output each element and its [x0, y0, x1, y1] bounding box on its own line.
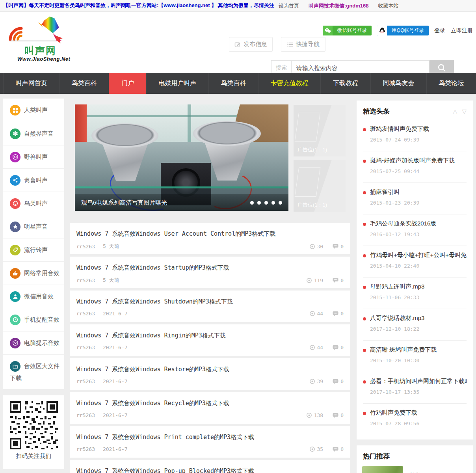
- headline-item[interactable]: 八哥学说话教材.mp3 2017-12-10 18:22: [357, 309, 473, 341]
- headline-title[interactable]: 母野鸡五连叫声.mp3: [370, 283, 467, 291]
- headline-item[interactable]: 斑鸠发情叫声免费下载 2015-07-24 09:39: [357, 120, 473, 151]
- sidebar-item-bird-sounds[interactable]: 鸟类叫声: [3, 192, 64, 215]
- article-list-item[interactable]: Windows 7 系统音效Windows Pop-up Blocked的MP3…: [70, 460, 350, 473]
- wechat-login-button[interactable]: 微信账号登录: [323, 26, 372, 35]
- headline-item[interactable]: 斑鸠-好媒声加长版叫声免费下载 2015-07-25 09:44: [357, 151, 473, 183]
- article-title[interactable]: Windows 7 系统音效Windows User Account Contr…: [76, 223, 344, 238]
- article-list-item[interactable]: Windows 7 系统音效Windows Recycle的MP3格式下载 rr…: [70, 392, 350, 424]
- article-title[interactable]: Windows 7 系统音效Windows Pop-up Blocked的MP3…: [76, 460, 344, 473]
- article-stats: 39 0: [309, 378, 344, 384]
- headline-title[interactable]: 毛鸡公母通杀实战2016版: [370, 220, 467, 227]
- nav-item[interactable]: 鸟类论坛: [426, 73, 476, 94]
- nav-item[interactable]: 下载教程: [320, 73, 370, 94]
- carousel-dot[interactable]: [271, 201, 275, 205]
- headline-title[interactable]: 八哥学说话教材.mp3: [370, 315, 467, 322]
- headline-item[interactable]: 竹鸡母叫+母小嗑+打旺+公叫+母叫免费·· 2015-04-10 22:40: [357, 246, 473, 277]
- nav-item[interactable]: 鸟类百科: [208, 73, 258, 94]
- headline-item[interactable]: 竹鸡叫声免费下载 2015-07-28 09:56: [357, 404, 473, 435]
- sidebar-item-celebrity-sounds[interactable]: 明星声音: [3, 215, 64, 238]
- article-list-item[interactable]: Windows 7 系统音效Windows User Account Contr…: [70, 223, 350, 254]
- article-title[interactable]: Windows 7 系统音效Windows Shutdown的MP3格式下载: [76, 291, 344, 305]
- article-list-item[interactable]: Windows 7 系统音效Windows Print complete的MP3…: [70, 426, 350, 458]
- headline-title[interactable]: 必看：手机访问叫声网如何正常下载叫··: [370, 378, 467, 385]
- headline-title[interactable]: 斑鸠发情叫声免费下载: [370, 125, 467, 133]
- ad-slot-2[interactable]: 广告位(1：1): [294, 160, 346, 212]
- headline-title[interactable]: 竹鸡叫声免费下载: [370, 409, 467, 417]
- article-title[interactable]: Windows 7 系统音效Windows Startup的MP3格式下载: [76, 257, 344, 272]
- folder-play-icon: [10, 361, 20, 372]
- article-list-item[interactable]: Windows 7 系统音效Windows Shutdown的MP3格式下载 r…: [70, 291, 350, 322]
- carousel-dot[interactable]: [250, 201, 254, 205]
- favorite-link[interactable]: 收藏本站: [378, 2, 398, 9]
- headline-item[interactable]: 必看：手机访问叫声网如何正常下载叫·· 2017-10-17 13:35: [357, 372, 473, 404]
- person-icon: [10, 291, 20, 302]
- headline-title[interactable]: 斑鸠-好媒声加长版叫声免费下载: [370, 157, 467, 164]
- article-author[interactable]: rr5263: [76, 311, 95, 317]
- headline-title[interactable]: 竹鸡母叫+母小嗑+打旺+公叫+母叫免费··: [370, 251, 467, 259]
- headline-title[interactable]: 高清晰 斑鸠叫声免费下载: [370, 346, 467, 354]
- sidebar-item-wechat-sound-effects[interactable]: 微信用音效: [3, 285, 64, 308]
- article-author[interactable]: rr5263: [76, 277, 95, 283]
- carousel-slide[interactable]: 观鸟6电媒系列高清写真图片曝光: [75, 104, 288, 211]
- publish-info-button[interactable]: 发布信息: [229, 37, 273, 52]
- nav-item[interactable]: 鸟类百科: [59, 73, 109, 94]
- search-icon: [437, 63, 446, 73]
- sidebar-item-beast-sounds[interactable]: 野兽叫声: [3, 145, 64, 168]
- headline-item[interactable]: 母野鸡五连叫声.mp3 2015-11-06 20:33: [357, 277, 473, 309]
- nav-item[interactable]: 同城鸟友会: [370, 73, 426, 94]
- login-link[interactable]: 登录: [434, 27, 445, 34]
- bullet-icon: [363, 160, 366, 163]
- set-home-link[interactable]: 设为首页: [279, 2, 299, 9]
- headline-title[interactable]: 捕麻雀引叫: [370, 188, 467, 196]
- headline-item[interactable]: 捕麻雀引叫 2015-01-23 20:39: [357, 183, 473, 214]
- article-author[interactable]: rr5263: [76, 244, 95, 250]
- article-author[interactable]: rr5263: [76, 412, 95, 418]
- horn-speaker-right: [193, 121, 261, 146]
- article-list-item[interactable]: Windows 7 系统音效Windows Ringin的MP3格式下载 rr5…: [70, 324, 350, 356]
- sidebar-item-phone-alert-sounds[interactable]: 手机提醒音效: [3, 308, 64, 331]
- views-count: 44: [317, 345, 324, 350]
- article-meta: rr5263 2021-6-7 44 0: [76, 311, 344, 317]
- article-stats: 44 0: [309, 311, 344, 317]
- hot-item[interactable]: 鸬鹚: [357, 465, 473, 473]
- nav-item[interactable]: 门户: [109, 73, 146, 94]
- sidebar-item-label: 流行铃声: [24, 246, 48, 254]
- sidebar-item-web-sound-effects[interactable]: 网络常用音效: [3, 261, 64, 285]
- slide-caption[interactable]: 观鸟6电媒系列高清写真图片曝光: [81, 199, 167, 207]
- qq-login-button[interactable]: 用QQ帐号登录: [377, 26, 429, 35]
- article-title[interactable]: Windows 7 系统音效Windows Recycle的MP3格式下载: [76, 392, 344, 407]
- article-title[interactable]: Windows 7 系统音效Windows Print complete的MP3…: [76, 426, 344, 441]
- scroll-up-icon[interactable]: △: [453, 108, 457, 115]
- headline-item[interactable]: 毛鸡公母通杀实战2016版 2016-03-12 19:43: [357, 214, 473, 246]
- sidebar-item-ringtones[interactable]: 流行铃声: [3, 238, 64, 261]
- nav-item[interactable]: 卡密充值教程: [258, 73, 320, 94]
- article-author[interactable]: rr5263: [76, 446, 95, 452]
- article-author[interactable]: rr5263: [76, 345, 95, 350]
- nav-item-label: 叫声网首页: [16, 79, 47, 88]
- views-count: 35: [317, 446, 324, 452]
- nav-item[interactable]: 电媒用户叫声: [146, 73, 208, 94]
- sidebar-item-computer-alert-sounds[interactable]: 电脑提示音效: [3, 331, 64, 354]
- sidebar-item-human-sounds[interactable]: 人类叫声: [3, 99, 64, 122]
- article-author[interactable]: rr5263: [76, 378, 95, 384]
- headline-item[interactable]: 高清晰 斑鸠叫声免费下载 2015-10-20 10:30: [357, 341, 473, 372]
- views-count: 30: [317, 244, 324, 250]
- sidebar-item-label: 自然界声音: [24, 130, 54, 138]
- nav-item-label: 鸟类百科: [72, 79, 97, 88]
- article-title[interactable]: Windows 7 系统音效Windows Ringin的MP3格式下载: [76, 324, 344, 339]
- carousel-dot[interactable]: [264, 201, 268, 205]
- article-list-item[interactable]: Windows 7 系统音效Windows Restore的MP3格式下载 rr…: [70, 358, 350, 390]
- sidebar-item-nature-sounds[interactable]: 自然界声音: [3, 122, 64, 145]
- article-title[interactable]: Windows 7 系统音效Windows Restore的MP3格式下载: [76, 358, 344, 373]
- quick-nav-button[interactable]: 快捷导航: [281, 37, 325, 52]
- register-link[interactable]: 立即注册: [451, 27, 473, 34]
- scroll-down-icon[interactable]: ▽: [462, 108, 467, 115]
- nav-item[interactable]: 叫声网首页: [3, 73, 59, 94]
- site-logo[interactable]: 叫声网 Www.JiaoSheng.Net: [5, 15, 84, 62]
- sidebar-item-livestock-sounds[interactable]: 禽畜叫声: [3, 168, 64, 192]
- ad-slot-1[interactable]: 广告位(1：1): [294, 105, 346, 156]
- carousel-dot[interactable]: [279, 201, 282, 205]
- carousel-dot[interactable]: [257, 201, 261, 205]
- sidebar-item-big-file-downloads[interactable]: 音效区大文件下载: [3, 354, 64, 389]
- article-list-item[interactable]: Windows 7 系统音效Windows Startup的MP3格式下载 rr…: [70, 257, 350, 288]
